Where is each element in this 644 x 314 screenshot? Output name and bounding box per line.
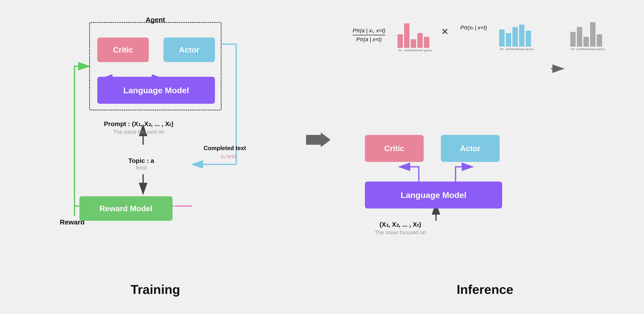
training-lm-box: Language Model xyxy=(97,77,215,104)
agent-label: Agent xyxy=(146,16,165,24)
inference-critic-box: Critic xyxy=(365,135,424,162)
bar-pink-4 xyxy=(417,33,423,48)
inference-prompt-text: (X₁, X₂, ... , Xₜ) The issue focused on xyxy=(375,221,426,236)
bar-blue-5 xyxy=(526,31,531,47)
bar-pink-2 xyxy=(404,23,410,48)
bar-gray-3 xyxy=(584,37,589,47)
inference-lm-box: Language Model xyxy=(365,182,502,208)
training-actor-box: Actor xyxy=(164,38,215,62)
inference-diagram: Pπ(a | xₜ, x<t) Pπ(a | x<t) the prefer xyxy=(350,15,620,250)
training-diagram: Agent Critic Actor Language Model Reward… xyxy=(60,17,251,250)
training-critic-box: Critic xyxy=(97,38,149,62)
chart2: the prefer foods want genius xyxy=(499,17,531,51)
training-title: Training xyxy=(130,282,180,297)
completed-text-label: Completed text xyxy=(204,145,246,152)
formula-area: Pπ(a | xₜ, x<t) Pπ(a | x<t) the prefer xyxy=(353,17,602,53)
inference-title: Inference xyxy=(456,282,513,297)
svg-marker-6 xyxy=(306,132,330,147)
section-divider-arrow xyxy=(301,10,336,284)
bar-blue-2 xyxy=(506,33,511,47)
inference-critic-label: Critic xyxy=(384,144,404,153)
bar-pink-1 xyxy=(398,34,403,48)
formula1-den: Pπ(a | x<t) xyxy=(356,35,382,43)
inference-lm-label: Language Model xyxy=(401,190,466,200)
bar-blue-1 xyxy=(499,30,504,47)
training-lm-label: Language Model xyxy=(123,86,189,95)
main-container: Agent Critic Actor Language Model Reward… xyxy=(10,10,634,304)
bar-gray-4 xyxy=(590,22,596,47)
chart3: the prefer foods want genius xyxy=(570,17,602,51)
training-rm-label: Reward Model xyxy=(100,204,153,213)
training-critic-label: Critic xyxy=(113,45,133,55)
bar-pink-5 xyxy=(424,37,429,48)
formula1: Pπ(a | xₜ, x<t) Pπ(a | x<t) xyxy=(353,28,385,43)
inference-actor-label: Actor xyxy=(460,144,480,153)
x-end-label: x₁:end xyxy=(221,153,236,160)
agent-box: Agent Critic Actor Language Model xyxy=(89,22,222,110)
training-rm-box: Reward Model xyxy=(80,196,172,221)
training-panel: Agent Critic Actor Language Model Reward… xyxy=(10,10,301,304)
formula2: Pπ(xₜ | x<t) xyxy=(460,25,487,31)
bar-blue-4 xyxy=(519,25,524,47)
formula1-num: Pπ(a | xₜ, x<t) xyxy=(353,28,385,35)
multiply-operator: × xyxy=(442,26,448,37)
bar-gray-1 xyxy=(570,32,576,47)
prompt-text: Prompt : (X₁, X₂, ... , Xₜ) The issue fo… xyxy=(104,120,174,135)
chart1: the prefer foods want genius xyxy=(398,19,429,52)
bar-gray-2 xyxy=(577,27,582,47)
training-actor-label: Actor xyxy=(179,45,200,55)
bar-blue-3 xyxy=(512,27,518,47)
inference-actor-box: Actor xyxy=(441,135,500,162)
bar-gray-5 xyxy=(597,34,602,47)
inference-panel: Pπ(a | xₜ, x<t) Pπ(a | x<t) the prefer xyxy=(336,10,634,304)
topic-text: Topic : a food xyxy=(128,157,154,171)
bar-pink-3 xyxy=(411,39,416,48)
